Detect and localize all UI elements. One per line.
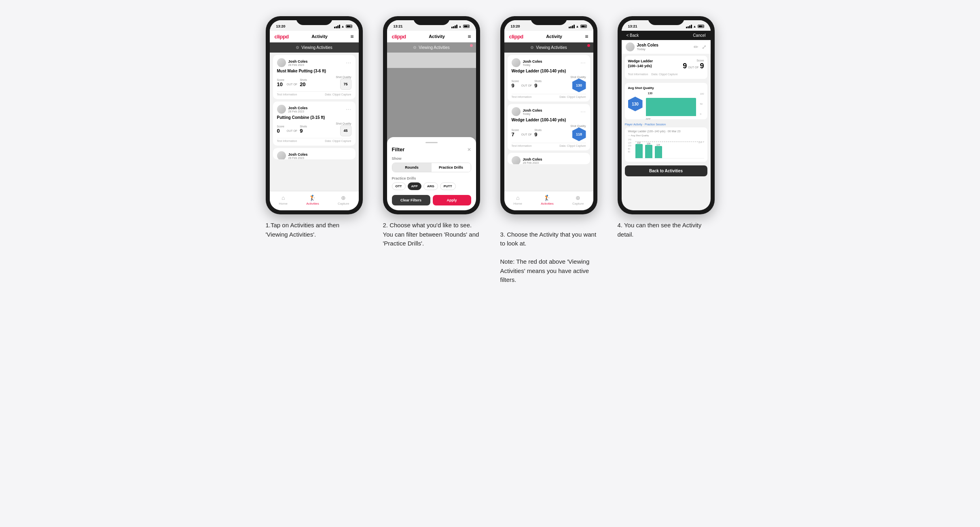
bar-2 [645, 145, 652, 158]
phone-3-notch [531, 16, 567, 25]
signal-bar-2-2 [453, 26, 454, 28]
shots-label-3-2: Shots [534, 129, 542, 131]
signal-bar-2-1 [451, 27, 453, 28]
rounds-toggle-btn[interactable]: Rounds [392, 163, 432, 172]
cancel-btn-label[interactable]: Cancel [693, 33, 705, 38]
tab-bar-1: ⌂ Home 🏌 Activities ⊕ Capture [270, 191, 359, 210]
page-container: 13:20 ▲ [248, 16, 733, 285]
capture-label-1: Capture [338, 202, 349, 205]
time-3: 13:20 [511, 24, 520, 28]
expand-icon[interactable]: ⤢ [702, 44, 707, 50]
stat-divider-3-2: OUT OF [521, 130, 532, 136]
activity-footer-3-2: Test Information Data: Clippd Capture [512, 143, 586, 147]
nav-bar-1: clippd Activity ≡ [270, 31, 359, 42]
filter-header: Filter ✕ [392, 146, 471, 152]
practice-drills-toggle-btn[interactable]: Practice Drills [432, 163, 471, 172]
avg-right-label: 124 ··· [698, 141, 704, 144]
viewing-banner-3[interactable]: ⚙ Viewing Activities [504, 42, 593, 53]
shots-label-1-2: Shots [300, 125, 307, 128]
footer-left-1-2: Test Information [277, 140, 297, 142]
battery-icon-1 [346, 25, 352, 28]
shot-quality-group-3-2: Shot Quality 118 [570, 125, 586, 141]
clear-filters-btn[interactable]: Clear Filters [392, 195, 430, 205]
battery-tip-1 [351, 25, 351, 27]
tab-activities-1[interactable]: 🏌 Activities [306, 195, 319, 205]
detail-score-values: 9 OUT OF 9 [683, 62, 704, 70]
signal-bar-1 [334, 27, 335, 28]
activity-item-1-1[interactable]: Josh Coles 28 Feb 2023 ··· Must Make Put… [273, 55, 356, 99]
home-icon-1: ⌂ [282, 195, 285, 201]
battery-fill-1 [347, 25, 350, 27]
activities-label-3: Activities [541, 202, 554, 205]
bar-group-1: 132 [635, 142, 643, 158]
activity-item-3-1[interactable]: Josh Coles Today ··· Wedge Ladder (100-1… [508, 55, 590, 102]
activity-list-1: Josh Coles 28 Feb 2023 ··· Must Make Put… [270, 53, 359, 191]
activity-footer-1: Test Information Data: Clippd Capture [277, 91, 351, 96]
avg-sq-bar-1 [646, 98, 696, 116]
back-btn-label[interactable]: < Back [627, 33, 639, 38]
capture-icon-1: ⊕ [341, 195, 346, 201]
activity-item-1-3[interactable]: Josh Coles 28 Feb 2023 [273, 148, 356, 159]
shots-group-3-2: Shots 9 [534, 129, 542, 138]
activity-item-3-2[interactable]: Josh Coles Today ··· Wedge Ladder (100-1… [508, 104, 590, 150]
app-label: APP [646, 118, 651, 120]
menu-icon-3[interactable]: ≡ [585, 33, 588, 40]
tab-capture-1[interactable]: ⊕ Capture [338, 195, 349, 205]
phone-notch [296, 16, 332, 25]
practice-link[interactable]: Practice Session [645, 123, 666, 126]
phone-4-column: 13:21 ▲ [614, 16, 719, 285]
menu-icon-1[interactable]: ≡ [350, 33, 353, 40]
bar-chart-content: 140 120 100 80 60 [635, 138, 704, 159]
detail-user-text: Josh Coles Today [637, 43, 658, 51]
battery-fill-3 [581, 25, 585, 27]
score-group-1-2: Score 0 [277, 125, 284, 134]
pill-putt[interactable]: PUTT [440, 182, 456, 190]
user-info-3-1: Josh Coles Today [512, 58, 542, 67]
bar-y-100: 100 [628, 144, 631, 147]
tab-capture-3[interactable]: ⊕ Capture [572, 195, 584, 205]
dots-menu-1-1[interactable]: ··· [346, 60, 351, 66]
shots-value-3-1: 9 [534, 83, 542, 89]
wifi-icon-3: ▲ [576, 25, 579, 28]
detail-score-card: Wedge Ladder (100–140 yds) Score 9 OUT O… [625, 56, 707, 79]
viewing-banner-2[interactable]: ⚙ Viewing Activities [387, 42, 476, 53]
pill-arg[interactable]: ARG [423, 182, 438, 190]
signal-bar-2 [336, 26, 337, 28]
pill-app[interactable]: APP [408, 182, 421, 190]
activities-icon-3: 🏌 [544, 195, 550, 201]
activity-title-1-2: Putting Combine (3-15 ft) [277, 115, 351, 120]
bar-y-140: 140 [628, 138, 631, 141]
red-dot-2 [470, 44, 473, 47]
edit-icon[interactable]: ✏ [694, 44, 698, 50]
dots-menu-3-1[interactable]: ··· [580, 60, 586, 66]
description-3: 3. Choose the Activity that you want to … [500, 221, 597, 285]
activity-stats-3-2: Score 7 OUT OF Shots 9 Shot Quality [512, 125, 586, 141]
avg-sq-label: Avg Shot Quality [628, 86, 704, 90]
wifi-icon-4: ▲ [693, 25, 696, 28]
score-group-3-2: Score 7 [512, 129, 519, 138]
signal-bar-4-1 [686, 27, 687, 28]
footer-left-3-2: Test Information [512, 144, 532, 147]
tab-home-1[interactable]: ⌂ Home [279, 195, 288, 205]
user-date-1-3: 28 Feb 2023 [288, 157, 308, 159]
tab-activities-3[interactable]: 🏌 Activities [541, 195, 554, 205]
apply-btn[interactable]: Apply [433, 195, 471, 205]
activity-item-3-3[interactable]: Josh Coles 28 Feb 2023 [508, 153, 590, 164]
banner-settings-icon-1: ⚙ [296, 45, 299, 50]
detail-outof: OUT OF [688, 66, 698, 69]
back-to-activities-btn[interactable]: Back to Activities [625, 165, 707, 176]
score-group-1: Score 10 [277, 78, 284, 87]
menu-icon-2[interactable]: ≡ [468, 33, 471, 40]
avg-sq-chart: 100 50 0 130 APP [646, 92, 704, 116]
activity-item-1-2[interactable]: Josh Coles 28 Feb 2023 ··· Putting Combi… [273, 102, 356, 146]
user-details-1-3: Josh Coles 28 Feb 2023 [288, 152, 308, 159]
dots-menu-1-2[interactable]: ··· [346, 106, 351, 112]
activity-header-1-3: Josh Coles 28 Feb 2023 [277, 151, 351, 159]
tab-home-3[interactable]: ⌂ Home [514, 195, 522, 205]
filter-show-label: Show [392, 157, 471, 161]
dots-menu-3-2[interactable]: ··· [580, 109, 586, 114]
pill-ott[interactable]: OTT [392, 182, 406, 190]
practice-session-row: Player Activity · Practice Session [625, 123, 707, 126]
filter-close-btn[interactable]: ✕ [467, 147, 471, 152]
viewing-banner-1[interactable]: ⚙ Viewing Activities [270, 42, 359, 53]
